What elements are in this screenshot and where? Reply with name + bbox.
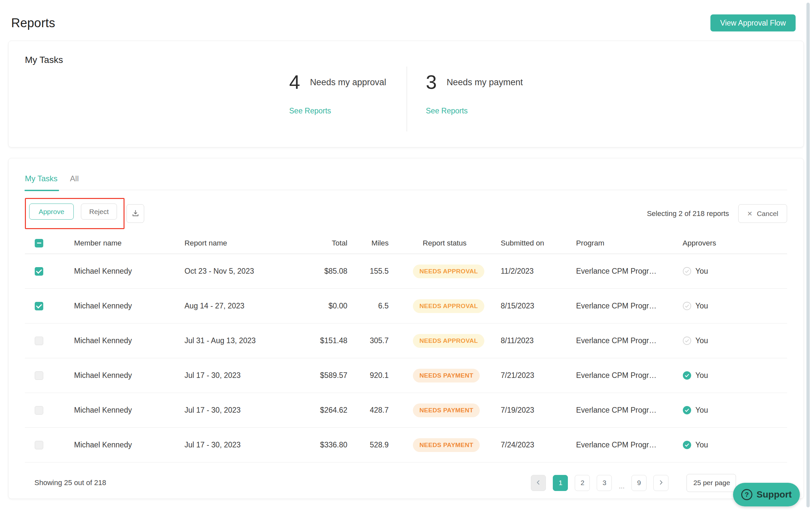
- program-cell: Everlance CPM Progr…: [566, 441, 683, 449]
- row-checkbox[interactable]: [35, 441, 43, 449]
- row-checkbox[interactable]: [35, 371, 43, 380]
- report-name-cell: Oct 23 - Nov 5, 2023: [184, 267, 294, 276]
- row-checkbox[interactable]: [35, 302, 43, 310]
- cancel-label: Cancel: [757, 210, 778, 218]
- status-badge: NEEDS APPROVAL: [413, 334, 484, 348]
- program-cell: Everlance CPM Progr…: [566, 336, 683, 345]
- stats-divider: [407, 66, 407, 132]
- program-cell: Everlance CPM Progr…: [566, 302, 683, 310]
- select-all-checkbox[interactable]: [35, 239, 43, 248]
- approver-name: You: [695, 302, 708, 310]
- report-name-cell: Jul 17 - 30, 2023: [184, 441, 294, 449]
- approver-status-icon: [683, 406, 691, 415]
- status-badge: NEEDS PAYMENT: [413, 369, 480, 382]
- cancel-selection-button[interactable]: ✕ Cancel: [738, 204, 787, 223]
- needs-approval-stat: 4 Needs my approval See Reports: [289, 73, 386, 132]
- page-header: Reports View Approval Flow: [0, 0, 812, 40]
- row-checkbox[interactable]: [35, 406, 43, 415]
- submitted-on-cell: 7/24/2023: [491, 441, 566, 449]
- approver-status-icon: [683, 336, 691, 345]
- total-cell: $85.08: [294, 267, 347, 276]
- support-label: Support: [757, 489, 792, 500]
- col-total: Total: [294, 239, 347, 248]
- row-checkbox[interactable]: [35, 337, 43, 345]
- my-tasks-title: My Tasks: [25, 55, 787, 65]
- submitted-on-cell: 11/2/2023: [491, 267, 566, 276]
- col-member-name: Member name: [74, 239, 184, 248]
- table-row[interactable]: Michael Kennedy Jul 17 - 30, 2023 $336.8…: [25, 428, 787, 462]
- approver-status-icon: [683, 371, 691, 380]
- table-row[interactable]: Michael Kennedy Jul 17 - 30, 2023 $589.5…: [25, 358, 787, 393]
- see-reports-approval-link[interactable]: See Reports: [289, 107, 331, 115]
- miles-cell: 528.9: [347, 441, 388, 449]
- table-header-row: Member name Report name Total Miles Repo…: [25, 232, 787, 254]
- table-row[interactable]: Michael Kennedy Oct 23 - Nov 5, 2023 $85…: [25, 254, 787, 289]
- view-approval-flow-button[interactable]: View Approval Flow: [710, 15, 795, 31]
- page-button-3[interactable]: 3: [597, 475, 612, 491]
- needs-payment-stat: 3 Needs my payment See Reports: [426, 73, 523, 132]
- pagination-ellipsis: ...: [619, 482, 625, 492]
- report-name-cell: Aug 14 - 27, 2023: [184, 302, 294, 310]
- approver-name: You: [695, 441, 708, 449]
- needs-approval-label: Needs my approval: [310, 77, 386, 87]
- chevron-left-icon: [536, 479, 541, 487]
- download-button[interactable]: [126, 204, 144, 223]
- my-tasks-card: My Tasks 4 Needs my approval See Reports…: [8, 40, 804, 147]
- table-row[interactable]: Michael Kennedy Jul 31 - Aug 13, 2023 $1…: [25, 323, 787, 358]
- tab-all[interactable]: All: [70, 174, 79, 183]
- program-cell: Everlance CPM Progr…: [566, 371, 683, 380]
- approver-name: You: [695, 336, 708, 345]
- chevron-right-icon: [658, 479, 664, 487]
- table-row[interactable]: Michael Kennedy Jul 17 - 30, 2023 $264.6…: [25, 393, 787, 428]
- tab-my-tasks[interactable]: My Tasks: [25, 174, 58, 183]
- total-cell: $0.00: [294, 302, 347, 310]
- submitted-on-cell: 8/11/2023: [491, 336, 566, 345]
- page-button-1[interactable]: 1: [553, 475, 568, 491]
- prev-page-button[interactable]: [531, 475, 546, 491]
- member-name-cell: Michael Kennedy: [74, 302, 184, 310]
- miles-cell: 155.5: [347, 267, 388, 276]
- needs-payment-label: Needs my payment: [446, 77, 523, 87]
- page-button-2[interactable]: 2: [575, 475, 590, 491]
- miles-cell: 920.1: [347, 371, 388, 380]
- showing-count-text: Showing 25 out of 218: [34, 479, 106, 487]
- miles-cell: 6.5: [347, 302, 388, 310]
- download-icon: [131, 209, 140, 219]
- member-name-cell: Michael Kennedy: [74, 267, 184, 276]
- status-badge: NEEDS PAYMENT: [413, 403, 480, 417]
- needs-approval-count: 4: [289, 73, 300, 92]
- page-button-9[interactable]: 9: [632, 475, 646, 491]
- col-submitted-on: Submitted on: [491, 239, 566, 248]
- next-page-button[interactable]: [654, 475, 668, 491]
- approve-button[interactable]: Approve: [29, 203, 74, 220]
- status-badge: NEEDS APPROVAL: [413, 299, 484, 313]
- member-name-cell: Michael Kennedy: [74, 441, 184, 449]
- table-row[interactable]: Michael Kennedy Aug 14 - 27, 2023 $0.00 …: [25, 289, 787, 323]
- see-reports-payment-link[interactable]: See Reports: [426, 107, 468, 115]
- total-cell: $336.80: [294, 441, 347, 449]
- vertical-scrollbar[interactable]: [806, 3, 810, 507]
- miles-cell: 305.7: [347, 336, 388, 345]
- submitted-on-cell: 8/15/2023: [491, 302, 566, 310]
- support-button[interactable]: ? Support: [733, 483, 800, 506]
- member-name-cell: Michael Kennedy: [74, 371, 184, 380]
- col-miles: Miles: [347, 239, 388, 248]
- total-cell: $151.48: [294, 336, 347, 345]
- tabs-bar: My Tasks All: [25, 174, 787, 190]
- selection-count-text: Selecting 2 of 218 reports: [647, 209, 729, 218]
- miles-cell: 428.7: [347, 406, 388, 415]
- reject-button[interactable]: Reject: [81, 203, 117, 220]
- submitted-on-cell: 7/19/2023: [491, 406, 566, 415]
- per-page-select[interactable]: 25 per page: [687, 474, 736, 492]
- total-cell: $589.57: [294, 371, 347, 380]
- report-name-cell: Jul 31 - Aug 13, 2023: [184, 336, 294, 345]
- report-name-cell: Jul 17 - 30, 2023: [184, 406, 294, 415]
- reports-panel: My Tasks All Approve Reject Selecting 2 …: [8, 158, 804, 499]
- col-report-name: Report name: [184, 239, 294, 248]
- member-name-cell: Michael Kennedy: [74, 406, 184, 415]
- table-footer: Showing 25 out of 218 1 2 3 ... 9 25 per…: [34, 474, 736, 491]
- total-cell: $264.62: [294, 406, 347, 415]
- status-badge: NEEDS PAYMENT: [413, 438, 480, 452]
- row-checkbox[interactable]: [35, 267, 43, 276]
- approver-status-icon: [683, 441, 691, 449]
